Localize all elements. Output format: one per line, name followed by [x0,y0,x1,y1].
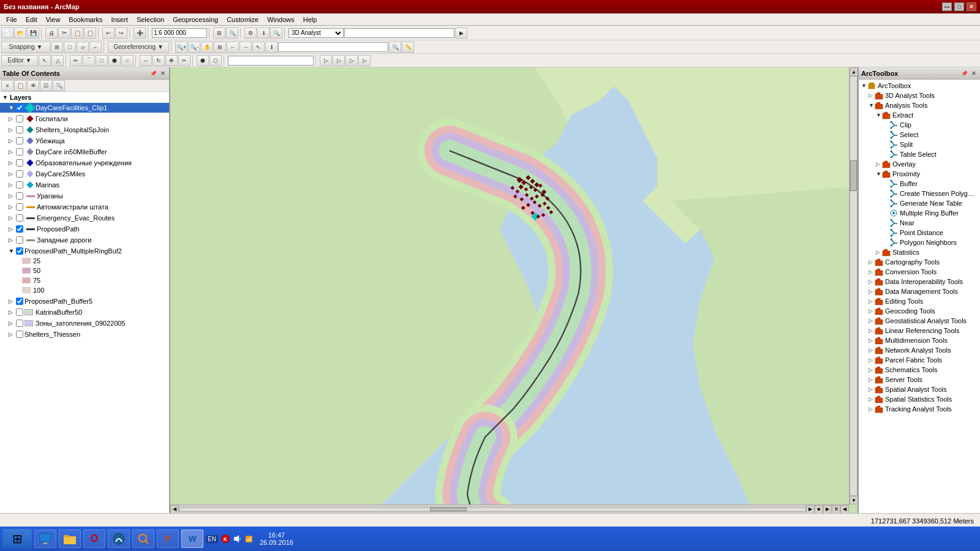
atb-close[interactable]: ✕ [970,70,978,77]
vscroll-down[interactable]: ▼ [850,496,858,504]
atb-tracking-expand[interactable]: ▷ [869,406,875,412]
layer-row-proposedPath[interactable]: ▷ ProposedPath [0,224,169,234]
nav-back[interactable]: ← [227,42,239,53]
taskbar-app-word[interactable]: W [181,530,203,548]
measure-btn[interactable]: 📏 [402,42,414,53]
find-route[interactable]: 🔍 [389,42,401,53]
zoom-in-btn[interactable]: 🔍 [226,28,238,39]
layer-row-emergency[interactable]: ▷ Emergency_Evac_Routes [0,213,169,223]
identify-btn[interactable]: ℹ [257,28,270,39]
save-btn[interactable]: 💾 [27,28,39,39]
nav-full-extent[interactable]: ⊞ [214,42,226,53]
chk-katrina[interactable] [16,309,23,316]
minimize-button[interactable]: — [942,2,952,11]
atb-statistics[interactable]: ▷ Statistics [859,247,980,257]
atb-linear[interactable]: ▷ Linear Referencing Tools [859,326,980,335]
taskbar-app-arcmap[interactable] [108,530,130,548]
expand-marinas[interactable]: ▷ [9,182,15,188]
chk-buffer5[interactable] [16,298,23,305]
toc-close[interactable]: ✕ [159,70,167,77]
network-icon[interactable]: 📶 [245,536,252,542]
layers-expand[interactable]: ▼ [2,94,9,100]
atb-select[interactable]: Select [859,130,980,140]
edit-tool[interactable]: ↖ [39,55,51,66]
nav-zoom-out[interactable]: 🔍- [188,42,200,53]
atb-spatialstat[interactable]: ▷ Spatial Statistics Tools [859,394,980,404]
hscroll-right[interactable]: ▶ [806,505,815,514]
atb-3d-expand[interactable]: ▷ [869,92,875,99]
atb-tracking[interactable]: ▷ Tracking Analyst Tools [859,404,980,414]
layer-row-gospitali[interactable]: ▷ Госпитали [0,114,169,124]
flip-btn[interactable]: ↔ [140,55,152,66]
chk-obrazov[interactable] [16,159,23,167]
menu-bookmarks[interactable]: Bookmarks [65,15,106,24]
layer-row-sheltersThiessen[interactable]: ▷ Shelters_Thiessen [0,329,169,339]
atb-server-expand[interactable]: ▷ [869,377,875,383]
chk-daycareClip1[interactable] [16,104,23,111]
layer-row-dayCare50[interactable]: ▷ DayCare in50MileBuffer [0,147,169,157]
sublayer-75[interactable]: 75 [0,276,169,285]
expand-daycareClip1[interactable]: ▼ [9,105,15,111]
layer-row-katrina[interactable]: ▷ KatrinaBuffer50 [0,307,169,317]
map-hscroll[interactable]: ◀ ▶ ■ ▶ ⏸ ◀ [170,504,849,513]
volume-icon[interactable] [233,534,243,544]
atb-geocoding[interactable]: ▷ Geocoding Tools [859,306,980,316]
atb-proximity-expand[interactable]: ▼ [876,171,882,177]
atb-cartography-expand[interactable]: ▷ [869,259,875,265]
template-input[interactable] [228,56,314,66]
sketch3[interactable]: □ [96,55,108,66]
taskbar-app-powerpoint[interactable]: P [157,530,179,548]
map-vscroll[interactable]: ▲ ▼ [849,67,858,504]
atb-pointdist[interactable]: Point Distance [859,228,980,238]
layer-row-marinas[interactable]: ▷ Marinas [0,180,169,190]
expand-buffer5[interactable]: ▷ [9,298,15,304]
taskbar-app-opera[interactable]: O [83,530,105,548]
chk-marinas[interactable] [16,181,23,189]
atb-thiessen[interactable]: Create Thiessen Polygons [859,189,980,198]
expand-ubezhisha[interactable]: ▷ [9,138,15,144]
atb-table-select[interactable]: Table Select [859,149,980,159]
expand-sheltersHosp[interactable]: ▷ [9,127,15,133]
chk-avto[interactable] [16,203,23,211]
atb-near[interactable]: Near [859,218,980,228]
menu-geoprocessing[interactable]: Geoprocessing [169,15,222,24]
atb-geostat[interactable]: ▷ Geostatistical Analyst Tools [859,316,980,326]
map-area[interactable]: ◀ ▶ ■ ▶ ⏸ ◀ ▲ ▼ [170,67,858,513]
atb-analysis-expand[interactable]: ▼ [869,102,875,108]
chk-multiRingBuf[interactable] [16,247,23,255]
nav-zoom-in[interactable]: 🔍+ [175,42,187,53]
chk-sheltersHosp[interactable] [16,126,23,133]
atb-parcel[interactable]: ▷ Parcel Fabric Tools [859,355,980,365]
atb-parcel-expand[interactable]: ▷ [869,357,875,363]
layer-row-ubezhisha[interactable]: ▷ Убежища [0,136,169,146]
atb-overlay-expand[interactable]: ▷ [876,161,882,167]
sublayer-50[interactable]: 50 [0,266,169,276]
toc-sel-btn[interactable]: ☑ [40,80,52,91]
chk-zapDorogi[interactable] [16,236,23,244]
sublayer-100[interactable]: 100 [0,285,169,295]
atb-server[interactable]: ▷ Server Tools [859,375,980,384]
play-pause[interactable]: ⏸ [832,505,840,514]
atb-network-expand[interactable]: ▷ [869,347,875,353]
open-btn[interactable]: 📂 [14,28,26,39]
taskbar-app-search[interactable] [132,530,154,548]
atb-multidim-expand[interactable]: ▷ [869,337,875,343]
more-tools2[interactable]: ▷ [333,55,345,66]
taskbar-app-folder[interactable] [59,530,81,548]
split-btn[interactable]: ✂ [178,55,190,66]
vscroll-up[interactable]: ▲ [850,67,858,76]
scale-input[interactable]: 1:6 000 000 [152,28,207,38]
paste-btn[interactable]: 📋 [84,28,96,39]
expand-katrina[interactable]: ▷ [9,309,15,315]
atb-proximity[interactable]: ▼ Proximity [859,169,980,179]
nav-forward[interactable]: → [239,42,252,53]
atb-spatialanalyst-expand[interactable]: ▷ [869,386,875,392]
atb-3d[interactable]: ▷ 3D Analyst Tools [859,91,980,100]
hscroll-left[interactable]: ◀ [170,505,179,514]
redo-btn[interactable]: ↪ [115,28,127,39]
snap-end-btn[interactable]: ⌐ [89,42,102,53]
maximize-button[interactable]: □ [954,2,964,11]
expand-dayCare50[interactable]: ▷ [9,149,15,155]
chk-emergency[interactable] [16,214,23,222]
atb-geocoding-expand[interactable]: ▷ [869,308,875,314]
